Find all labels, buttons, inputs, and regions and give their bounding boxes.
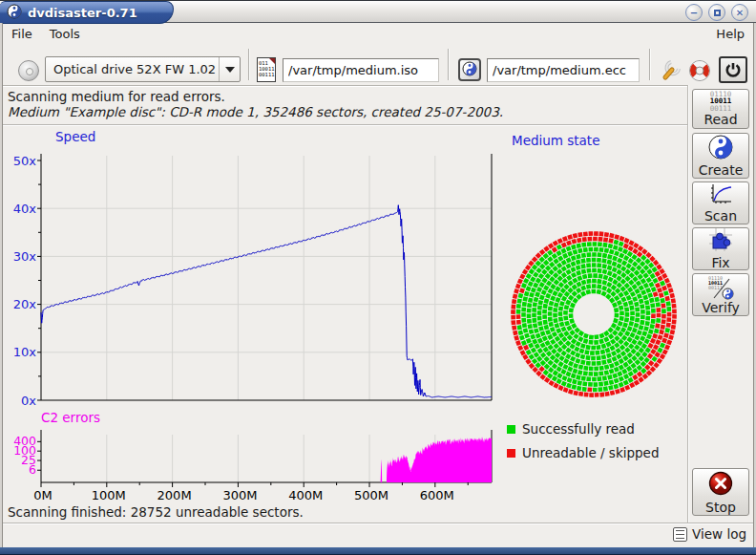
svg-text:6: 6 — [29, 462, 36, 477]
drive-selector-value: Optical drive 52X FW 1.02 — [46, 62, 219, 76]
ecc-file-input[interactable] — [487, 58, 640, 82]
svg-text:0x: 0x — [21, 394, 36, 408]
sidebar-button-fix[interactable]: Fix — [692, 227, 749, 270]
preferences-wrench-icon[interactable] — [658, 56, 684, 83]
toolbar-separator — [248, 49, 250, 80]
toolbar-separator — [649, 49, 651, 80]
window-left-border — [0, 23, 3, 547]
help-lifebuoy-icon[interactable] — [686, 57, 713, 84]
sidebar-button-label: Read — [704, 112, 737, 127]
svg-text:200M: 200M — [158, 488, 192, 502]
legend-item: Unreadable / skipped — [507, 445, 659, 460]
svg-text:40x: 40x — [13, 202, 37, 216]
medium-state-title: Medium state — [512, 133, 599, 148]
sidebar-button-create[interactable]: Create — [692, 133, 749, 179]
sidebar-button-scan[interactable]: Scan — [692, 181, 749, 224]
sidebar-button-label: Stop — [705, 500, 736, 515]
svg-text:300M: 300M — [222, 488, 257, 502]
drive-selector[interactable]: Optical drive 52X FW 1.02 — [45, 56, 241, 82]
action-sidebar: 011101001100111ReadCreateScanFix01110100… — [690, 85, 753, 523]
legend-item: Successfully read — [507, 421, 635, 437]
legend-label: Unreadable / skipped — [522, 445, 659, 460]
toolbar: Optical drive 52X FW 1.02 0111001100111 — [3, 44, 753, 85]
scan-result-text: Scanning finished: 28752 unreadable sect… — [8, 504, 304, 520]
svg-text:C2 errors: C2 errors — [41, 411, 100, 425]
medium-state-disc — [503, 224, 684, 405]
menu-bar: FileToolsHelp — [3, 24, 753, 44]
title-tab: dvdisaster-0.71 — [0, 1, 174, 24]
sidebar-button-stop[interactable]: Stop — [692, 468, 749, 516]
sidebar-button-verify[interactable]: 011101001100111Verify — [692, 273, 749, 316]
separator — [687, 85, 689, 523]
cd-drive-icon — [18, 60, 39, 81]
log-list-icon — [673, 527, 687, 542]
legend-label: Successfully read — [522, 421, 635, 437]
status-line-1: Scanning medium for read errors. — [8, 89, 225, 104]
legend-swatch — [507, 425, 515, 434]
verify-compare-icon: 011101001100111 — [706, 275, 735, 300]
sidebar-button-label: Create — [699, 162, 744, 178]
window-title: dvdisaster-0.71 — [28, 6, 137, 20]
svg-text:Speed: Speed — [55, 129, 95, 144]
binary-read-icon: 011101001100111 — [710, 91, 732, 113]
title-bar[interactable]: dvdisaster-0.71 −✕ — [0, 0, 756, 23]
stop-x-icon — [707, 470, 734, 500]
svg-text:30x: 30x — [13, 249, 37, 264]
view-log-button[interactable]: View log — [673, 526, 746, 542]
close-button[interactable]: ✕ — [731, 4, 748, 21]
drive-selector-arrow[interactable] — [219, 57, 240, 81]
svg-text:500M: 500M — [354, 488, 388, 502]
toolbar-separator — [448, 49, 450, 80]
menu-item-file[interactable]: File — [3, 25, 41, 43]
svg-text:0M: 0M — [33, 488, 52, 502]
minimize-button[interactable]: − — [685, 4, 703, 21]
separator — [0, 85, 689, 87]
separator — [0, 124, 689, 126]
menu-item-tools[interactable]: Tools — [41, 25, 89, 43]
svg-text:20x: 20x — [13, 297, 37, 311]
curve-scan-icon — [708, 182, 733, 208]
menu-item-help[interactable]: Help — [707, 25, 753, 43]
app-yinyang-icon — [7, 4, 22, 22]
dvdisaster-window: { "window": { "title": "dvdisaster-0.71"… — [0, 0, 756, 555]
svg-text:600M: 600M — [420, 488, 454, 502]
sidebar-button-label: Fix — [711, 255, 729, 270]
status-line-2: Medium "Example disc": CD-R mode 1, 3524… — [8, 104, 503, 119]
image-file-input[interactable] — [283, 58, 439, 82]
maximize-icon — [714, 10, 721, 16]
quit-power-icon[interactable] — [719, 56, 747, 83]
sidebar-button-read[interactable]: 011101001100111Read — [692, 89, 749, 129]
speed-chart: Speed0x10x20x30x40x50x — [0, 129, 506, 411]
sidebar-button-label: Verify — [702, 300, 740, 315]
legend-swatch — [507, 449, 515, 458]
footer-bar: View log — [0, 524, 756, 547]
chevron-down-icon — [225, 67, 235, 73]
yinyang-create-icon — [708, 135, 733, 162]
maximize-button[interactable] — [708, 4, 725, 21]
sidebar-button-label: Scan — [704, 208, 737, 224]
svg-text:400M: 400M — [288, 488, 323, 502]
puzzle-fix-icon — [708, 227, 733, 255]
svg-text:100M: 100M — [92, 488, 126, 502]
svg-text:50x: 50x — [13, 154, 37, 168]
ecc-file-icon — [458, 58, 481, 81]
c2-errors-chart: C2 errors4001002560M100M200M300M400M500M… — [0, 411, 506, 502]
view-log-label: View log — [692, 526, 746, 542]
window-bottom-border — [0, 547, 756, 555]
svg-text:10x: 10x — [13, 345, 37, 359]
image-file-icon: 0111001100111 — [257, 57, 276, 82]
